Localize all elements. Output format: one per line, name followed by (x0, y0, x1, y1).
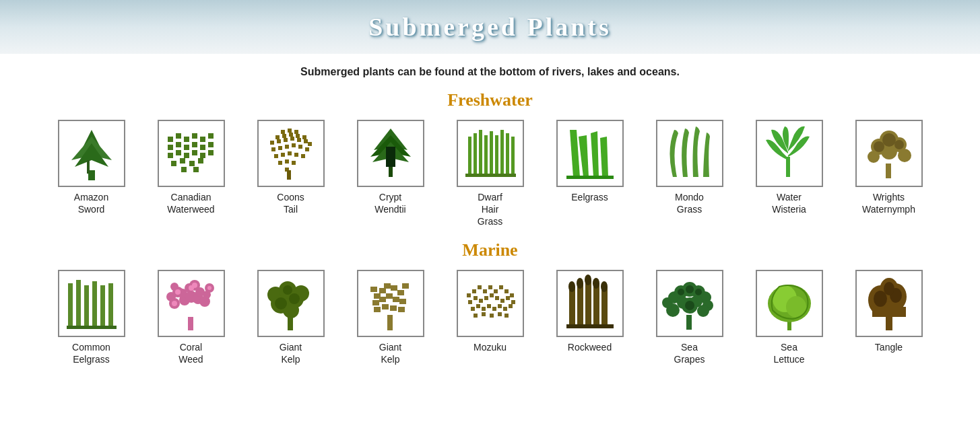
plant-icon (855, 270, 923, 337)
plant-name: Amazon Sword (74, 191, 108, 215)
plant-name: Crypt Wendtii (374, 191, 405, 215)
page-subtitle: Submerged plants can be found at the bot… (0, 66, 980, 78)
marine-section: Marine Common EelgrassCoral WeedGiant Ke… (0, 240, 980, 365)
plant-name: Canadian Waterweed (167, 191, 214, 215)
plant-name: Giant Kelp (379, 341, 401, 365)
plant-item[interactable]: Dwarf Hair Grass (443, 120, 537, 228)
plant-name: Common Eelgrass (72, 341, 110, 365)
plant-item[interactable]: Mondo Grass (643, 120, 737, 228)
plant-item[interactable]: Sea Grapes (643, 270, 737, 365)
plant-icon (158, 120, 225, 187)
plant-item[interactable]: Wrights Waternymph (842, 120, 936, 228)
plant-name: Sea Lettuce (774, 341, 805, 365)
plant-item[interactable]: Eelgrass (543, 120, 637, 228)
plant-item[interactable]: Water Wisteria (742, 120, 837, 228)
plant-icon (556, 120, 624, 187)
marine-grid: Common EelgrassCoral WeedGiant KelpGiant… (0, 270, 980, 365)
plant-name: Eelgrass (571, 191, 608, 203)
plant-icon (556, 270, 624, 337)
plant-name: Wrights Waternymph (862, 191, 915, 215)
plant-item[interactable]: Crypt Wendtii (344, 120, 438, 228)
plant-name: Rockweed (568, 341, 612, 353)
plant-icon (457, 270, 524, 337)
plant-icon (58, 120, 125, 187)
plant-icon (855, 120, 923, 187)
plant-name: Sea Grapes (674, 341, 705, 365)
plant-item[interactable]: Amazon Sword (44, 120, 139, 228)
freshwater-grid: Amazon SwordCanadian WaterweedCoons Tail… (0, 120, 980, 228)
plant-name: Coons Tail (277, 191, 304, 215)
plant-name: Dwarf Hair Grass (478, 191, 502, 228)
plant-icon (158, 270, 225, 337)
plant-icon (656, 270, 723, 337)
plant-icon (457, 120, 524, 187)
page-title: Submerged Plants (0, 12, 980, 42)
plant-item[interactable]: Coons Tail (244, 120, 338, 228)
plant-item[interactable]: Mozuku (443, 270, 537, 365)
page-header: Submerged Plants (0, 0, 980, 54)
plant-icon (257, 120, 325, 187)
page-container: Submerged Plants Submerged plants can be… (0, 0, 980, 365)
plant-name: Mondo Grass (675, 191, 704, 215)
plant-icon (756, 270, 823, 337)
freshwater-title: Freshwater (0, 90, 980, 110)
plant-item[interactable]: Giant Kelp (244, 270, 338, 365)
plant-icon (656, 120, 723, 187)
plant-item[interactable]: Coral Weed (144, 270, 238, 365)
plant-name: Giant Kelp (280, 341, 302, 365)
plant-icon (756, 120, 823, 187)
plant-icon (58, 270, 125, 337)
marine-title: Marine (0, 240, 980, 260)
plant-icon (357, 270, 424, 337)
plant-item[interactable]: Tangle (842, 270, 936, 365)
freshwater-section: Freshwater Amazon SwordCanadian Waterwee… (0, 90, 980, 228)
plant-icon (357, 120, 424, 187)
plant-item[interactable]: Sea Lettuce (742, 270, 837, 365)
plant-item[interactable]: Rockweed (543, 270, 637, 365)
plant-name: Water Wisteria (772, 191, 806, 215)
plant-name: Mozuku (473, 341, 507, 353)
plant-item[interactable]: Canadian Waterweed (144, 120, 238, 228)
plant-item[interactable]: Common Eelgrass (44, 270, 139, 365)
plant-name: Tangle (875, 341, 903, 353)
plant-icon (257, 270, 325, 337)
plant-item[interactable]: Giant Kelp (344, 270, 438, 365)
plant-name: Coral Weed (178, 341, 203, 365)
